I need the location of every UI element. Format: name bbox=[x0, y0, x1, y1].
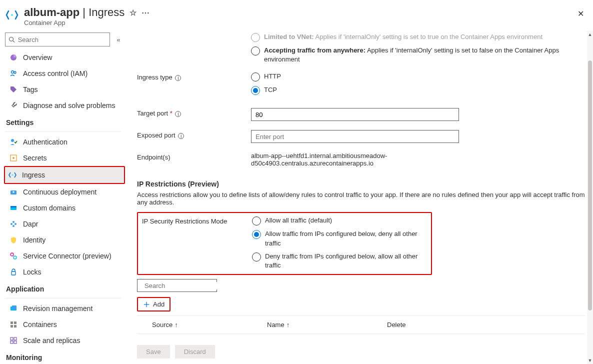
sidebar-item-domains[interactable]: Custom domains bbox=[5, 200, 125, 216]
svg-point-14 bbox=[12, 221, 14, 223]
ip-rules-search[interactable] bbox=[137, 279, 217, 292]
sidebar-item-label: Overview bbox=[23, 54, 52, 62]
sidebar-item-containers[interactable]: Containers bbox=[5, 316, 125, 332]
sidebar-item-tags[interactable]: Tags bbox=[5, 82, 125, 98]
ingress-http-radio[interactable]: HTTP bbox=[251, 72, 571, 82]
th-name[interactable]: Name ↑ bbox=[267, 321, 387, 328]
svg-point-6 bbox=[11, 139, 14, 142]
sidebar-item-secrets[interactable]: Secrets bbox=[5, 150, 125, 166]
sort-asc-icon: ↑ bbox=[174, 321, 178, 328]
sidebar-item-label: Diagnose and solve problems bbox=[23, 102, 115, 110]
svg-rect-27 bbox=[14, 338, 16, 340]
info-icon[interactable]: i bbox=[178, 133, 184, 139]
sidebar-item-identity[interactable]: Identity bbox=[5, 232, 125, 248]
sidebar-item-label: Scale and replicas bbox=[23, 336, 80, 344]
info-icon[interactable]: i bbox=[175, 111, 181, 117]
sidebar-item-revision[interactable]: Revision management bbox=[5, 300, 125, 316]
radio-icon bbox=[251, 86, 260, 95]
discard-button[interactable]: Discard bbox=[175, 345, 215, 358]
svg-point-17 bbox=[10, 253, 14, 256]
deploy-icon bbox=[9, 188, 18, 196]
dapr-icon bbox=[9, 220, 18, 228]
sidebar-item-locks[interactable]: Locks bbox=[5, 264, 125, 280]
sidebar-item-label: Containers bbox=[23, 320, 57, 328]
exposed-port-input[interactable] bbox=[251, 130, 459, 143]
th-delete[interactable]: Delete bbox=[387, 321, 442, 328]
favorite-icon[interactable]: ☆ bbox=[130, 8, 136, 18]
sidebar-item-diagnose[interactable]: Diagnose and solve problems bbox=[5, 98, 125, 114]
exposed-port-label: Exposed port i bbox=[137, 130, 251, 139]
sidebar-item-dapr[interactable]: Dapr bbox=[5, 216, 125, 232]
scroll-down-icon[interactable]: ▼ bbox=[587, 358, 593, 364]
close-icon[interactable]: ✕ bbox=[578, 9, 584, 18]
ip-allow-all-radio[interactable]: Allow all traffic (default) bbox=[252, 216, 427, 226]
sidebar-item-label: Access control (IAM) bbox=[23, 70, 88, 78]
people-icon bbox=[9, 69, 18, 78]
svg-rect-25 bbox=[14, 325, 16, 328]
svg-point-8 bbox=[12, 157, 14, 159]
svg-point-18 bbox=[14, 256, 16, 259]
user-check-icon bbox=[9, 138, 18, 146]
svg-point-16 bbox=[12, 225, 14, 227]
ip-mode-label: IP Security Restrictions Mode bbox=[142, 216, 252, 271]
sidebar-section-monitoring: Monitoring bbox=[5, 348, 125, 364]
sidebar-item-cd[interactable]: Continuous deployment bbox=[5, 184, 125, 200]
scroll-up-icon[interactable]: ▲ bbox=[587, 32, 593, 38]
svg-point-5 bbox=[14, 72, 16, 74]
ingress-tcp-radio[interactable]: TCP bbox=[251, 86, 571, 95]
svg-point-1 bbox=[10, 37, 14, 41]
traffic-anywhere-radio[interactable]: Accepting traffic from anywhere: Applies… bbox=[251, 46, 571, 64]
save-button[interactable]: Save bbox=[137, 345, 170, 358]
ip-allow-configured-radio[interactable]: Allow traffic from IPs configured below,… bbox=[252, 230, 427, 248]
scrollbar[interactable]: ▲ ▼ bbox=[587, 30, 593, 364]
sidebar-search-input[interactable] bbox=[18, 36, 106, 44]
sidebar-item-sc[interactable]: Service Connector (preview) bbox=[5, 248, 125, 264]
sidebar-item-scale[interactable]: Scale and replicas bbox=[5, 332, 125, 348]
sort-asc-icon: ↑ bbox=[286, 321, 290, 328]
add-button[interactable]: Add bbox=[137, 297, 170, 312]
sidebar-item-label: Custom domains bbox=[23, 204, 76, 212]
wrench-icon bbox=[9, 101, 18, 110]
ip-rules-search-input[interactable] bbox=[144, 282, 228, 290]
sidebar-item-label: Revision management bbox=[23, 304, 92, 312]
endpoints-value: album-app--uehtfd1.internal.ambitiousmea… bbox=[251, 152, 431, 167]
ip-restrictions-title: IP Restrictions (Preview) bbox=[137, 180, 585, 188]
scrollbar-thumb[interactable] bbox=[588, 60, 592, 310]
content-pane: Limited to VNet: Applies if 'internalOnl… bbox=[125, 30, 593, 364]
sidebar-section-settings: Settings bbox=[5, 114, 125, 130]
svg-rect-23 bbox=[14, 322, 16, 324]
sidebar-item-iam[interactable]: Access control (IAM) bbox=[5, 66, 125, 82]
svg-point-13 bbox=[10, 223, 12, 225]
sidebar-section-application: Application bbox=[5, 280, 125, 296]
overview-icon bbox=[9, 53, 18, 62]
svg-rect-19 bbox=[12, 272, 16, 275]
radio-label: Allow all traffic (default) bbox=[265, 216, 332, 225]
sidebar-item-label: Dapr bbox=[23, 220, 38, 228]
collapse-sidebar-icon[interactable]: « bbox=[113, 34, 124, 45]
more-icon[interactable]: ⋯ bbox=[142, 8, 150, 18]
sidebar-item-overview[interactable]: Overview bbox=[5, 50, 125, 66]
target-port-input[interactable] bbox=[251, 108, 459, 121]
radio-icon bbox=[251, 46, 260, 56]
th-source[interactable]: Source ↑ bbox=[152, 321, 267, 328]
sidebar-item-label: Identity bbox=[23, 236, 46, 244]
plus-icon bbox=[143, 301, 150, 308]
target-port-label: Target port * i bbox=[137, 108, 251, 117]
sidebar-search[interactable] bbox=[5, 32, 110, 46]
traffic-limited-radio: Limited to VNet: Applies if 'internalOnl… bbox=[251, 32, 571, 42]
radio-icon bbox=[252, 230, 261, 239]
sidebar-item-ingress[interactable]: Ingress bbox=[4, 166, 125, 184]
svg-point-0 bbox=[11, 14, 13, 16]
info-icon[interactable]: i bbox=[175, 75, 181, 81]
page-title: album-app | Ingress ☆ ⋯ bbox=[24, 6, 585, 19]
svg-rect-12 bbox=[10, 206, 16, 208]
sidebar-item-auth[interactable]: Authentication bbox=[5, 134, 125, 150]
svg-rect-29 bbox=[14, 341, 16, 344]
page-header: album-app | Ingress ☆ ⋯ Container App bbox=[0, 0, 593, 30]
ip-deny-configured-radio[interactable]: Deny traffic from IPs configured below, … bbox=[252, 252, 427, 270]
globe-icon bbox=[9, 204, 18, 212]
svg-rect-24 bbox=[10, 325, 13, 328]
sidebar-item-label: Authentication bbox=[23, 138, 68, 146]
radio-icon bbox=[251, 33, 260, 42]
radio-icon bbox=[252, 216, 261, 226]
